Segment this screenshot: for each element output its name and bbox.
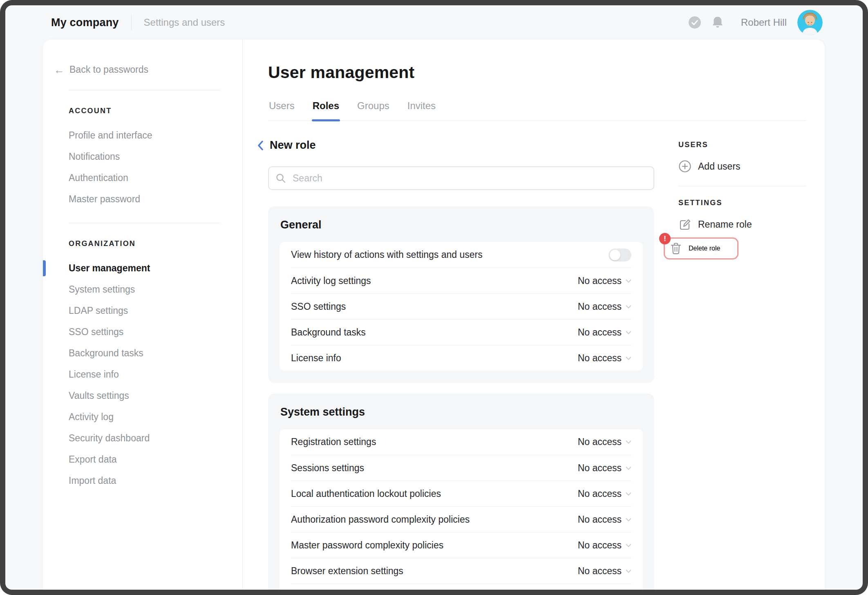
chevron-left-icon[interactable] [257, 140, 264, 151]
sidebar-item-license-info[interactable]: License info [43, 366, 242, 383]
chevron-down-icon [626, 279, 631, 283]
sidebar-item-sso-settings[interactable]: SSO settings [43, 323, 242, 341]
access-value: No access [578, 353, 622, 364]
access-value: No access [578, 566, 622, 577]
sidebar-item-profile-and-interface[interactable]: Profile and interface [43, 127, 242, 144]
topbar-right: Robert Hill [687, 10, 823, 35]
sidebar-item-master-password[interactable]: Master password [43, 190, 242, 208]
settings-sidebar: ← Back to passwords ACCOUNT Profile and … [43, 40, 243, 590]
permission-row: SSO settings No access [291, 293, 631, 319]
chevron-down-icon [626, 305, 631, 309]
delete-role-label: Delete role [689, 245, 720, 252]
chevron-down-icon [626, 492, 631, 496]
chevron-down-icon [626, 356, 631, 360]
group-title-general: General [280, 219, 643, 231]
access-dropdown[interactable]: No access [578, 327, 631, 338]
access-dropdown[interactable]: No access [578, 436, 631, 447]
sidebar-item-notifications[interactable]: Notifications [43, 148, 242, 166]
role-header: New role [257, 139, 654, 152]
add-users-button[interactable]: Add users [678, 160, 806, 173]
sidebar-section-account: ACCOUNT Profile and interface Notificati… [43, 90, 242, 208]
sidebar-item-authentication[interactable]: Authentication [43, 169, 242, 187]
permission-row: Sessions settings No access [291, 455, 631, 481]
sidebar-item-background-tasks[interactable]: Background tasks [43, 344, 242, 362]
role-editor-column: New role [268, 121, 654, 590]
permission-list: View history of actions with settings an… [280, 242, 643, 371]
chevron-down-icon [626, 466, 631, 470]
rename-role-button[interactable]: Rename role [678, 218, 806, 231]
permission-label: Sessions settings [291, 463, 364, 474]
access-value: No access [578, 463, 622, 474]
access-value: No access [578, 436, 622, 447]
page-context-label: Settings and users [144, 17, 225, 28]
topbar-divider [131, 15, 132, 30]
chevron-down-icon [626, 544, 631, 547]
access-dropdown[interactable]: No access [578, 566, 631, 577]
chevron-down-icon [626, 569, 631, 573]
access-dropdown[interactable]: No access [578, 463, 631, 474]
access-dropdown[interactable]: No access [578, 275, 631, 286]
arrow-left-icon: ← [54, 65, 65, 75]
permission-label: Authorization password complexity polici… [291, 514, 470, 525]
company-logo-title: My company [51, 16, 119, 29]
chevron-down-icon [626, 518, 631, 521]
main-content: User management Users Roles Groups Invit… [243, 40, 825, 590]
panel-divider [678, 186, 806, 186]
access-value: No access [578, 275, 622, 286]
sidebar-item-activity-log[interactable]: Activity log [43, 408, 242, 426]
edit-pencil-icon [678, 218, 691, 231]
search-icon [275, 173, 286, 185]
back-link-label: Back to passwords [69, 64, 148, 75]
access-dropdown[interactable]: No access [578, 353, 631, 364]
access-dropdown[interactable]: No access [578, 488, 631, 499]
bell-icon[interactable] [710, 15, 725, 30]
users-section-header: USERS [678, 141, 806, 149]
access-dropdown[interactable]: No access [578, 540, 631, 551]
sidebar-item-export-data[interactable]: Export data [43, 451, 242, 468]
tab-bar: Users Roles Groups Invites [268, 93, 806, 121]
section-header-account: ACCOUNT [43, 107, 242, 115]
role-actions-panel: USERS Add users SETTINGS [678, 121, 806, 259]
permission-label: Browser extension settings [291, 566, 403, 577]
permission-row: Local authentication lockout policies No… [291, 481, 631, 506]
permission-row: Background tasks No access [291, 319, 631, 345]
permission-row: Registration settings No access [291, 429, 631, 455]
access-value: No access [578, 488, 622, 499]
main-card: ← Back to passwords ACCOUNT Profile and … [43, 40, 825, 590]
tab-invites[interactable]: Invites [407, 100, 436, 121]
sidebar-item-security-dashboard[interactable]: Security dashboard [43, 429, 242, 447]
sidebar-item-vaults-settings[interactable]: Vaults settings [43, 387, 242, 405]
permission-row-toggle: View history of actions with settings an… [291, 242, 631, 268]
tab-roles[interactable]: Roles [312, 100, 340, 121]
history-toggle[interactable] [608, 248, 631, 262]
sidebar-item-system-settings[interactable]: System settings [43, 281, 242, 298]
trash-icon [670, 242, 682, 255]
user-name[interactable]: Robert Hill [741, 17, 787, 28]
permission-row: Authorization password complexity polici… [291, 506, 631, 532]
permission-label: Master password complexity policies [291, 540, 443, 551]
tab-users[interactable]: Users [268, 100, 295, 121]
tab-groups[interactable]: Groups [356, 100, 390, 121]
delete-role-button[interactable]: ! Delete role [664, 237, 738, 259]
permission-label: SSO settings [291, 301, 346, 312]
avatar[interactable] [797, 10, 823, 35]
permission-label: Activity log settings [291, 275, 371, 286]
sidebar-item-ldap-settings[interactable]: LDAP settings [43, 302, 242, 320]
sidebar-item-user-management[interactable]: User management [43, 259, 242, 277]
search-input[interactable] [268, 166, 654, 190]
access-dropdown[interactable]: No access [578, 514, 631, 525]
settings-section-header: SETTINGS [678, 199, 806, 207]
permission-row: Activity log settings No access [291, 268, 631, 293]
sidebar-item-import-data[interactable]: Import data [43, 472, 242, 490]
access-dropdown[interactable]: No access [578, 301, 631, 312]
app-screen: My company Settings and users Robert Hil [5, 5, 863, 590]
chevron-down-icon [626, 331, 631, 334]
permission-label: License info [291, 353, 341, 364]
add-users-label: Add users [698, 161, 740, 172]
check-circle-icon[interactable] [687, 15, 702, 30]
permission-row: License info No access [291, 345, 631, 371]
permission-row: Browser extension settings No access [291, 558, 631, 584]
topbar: My company Settings and users Robert Hil [5, 5, 863, 40]
permission-row: Interface settings No access [291, 584, 631, 590]
back-to-passwords-link[interactable]: ← Back to passwords [43, 64, 242, 75]
